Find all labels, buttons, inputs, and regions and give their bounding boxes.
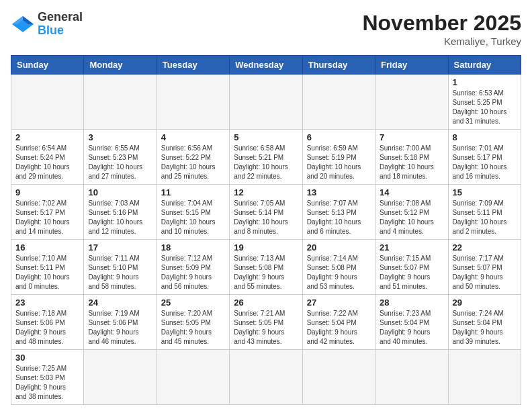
day-info: Sunrise: 7:18 AM Sunset: 5:06 PM Dayligh… — [15, 309, 79, 347]
day-info: Sunrise: 7:15 AM Sunset: 5:07 PM Dayligh… — [380, 254, 443, 291]
day-info: Sunrise: 7:07 AM Sunset: 5:13 PM Dayligh… — [307, 199, 371, 236]
day-info: Sunrise: 6:56 AM Sunset: 5:22 PM Dayligh… — [161, 144, 225, 181]
calendar-cell — [230, 350, 302, 405]
day-number: 2 — [15, 132, 79, 142]
day-number: 7 — [380, 132, 443, 142]
day-number: 21 — [380, 242, 443, 253]
calendar-cell: 6Sunrise: 6:59 AM Sunset: 5:19 PM Daylig… — [302, 130, 375, 185]
calendar-cell — [230, 75, 302, 130]
calendar-cell: 29Sunrise: 7:24 AM Sunset: 5:04 PM Dayli… — [448, 295, 521, 350]
day-info: Sunrise: 7:00 AM Sunset: 5:18 PM Dayligh… — [380, 144, 443, 181]
calendar-cell — [84, 350, 157, 405]
week-row-1: 1Sunrise: 6:53 AM Sunset: 5:25 PM Daylig… — [11, 75, 521, 130]
day-info: Sunrise: 7:21 AM Sunset: 5:05 PM Dayligh… — [234, 309, 298, 347]
calendar-cell: 14Sunrise: 7:08 AM Sunset: 5:12 PM Dayli… — [375, 185, 448, 240]
calendar-cell: 16Sunrise: 7:10 AM Sunset: 5:11 PM Dayli… — [11, 240, 84, 295]
calendar-cell: 13Sunrise: 7:07 AM Sunset: 5:13 PM Dayli… — [302, 185, 375, 240]
day-info: Sunrise: 7:05 AM Sunset: 5:14 PM Dayligh… — [234, 199, 298, 236]
day-info: Sunrise: 7:04 AM Sunset: 5:15 PM Dayligh… — [161, 199, 225, 236]
calendar-cell — [302, 75, 375, 130]
day-number: 15 — [453, 187, 517, 197]
calendar-cell — [375, 350, 448, 405]
calendar-cell — [11, 75, 84, 130]
title-area: November 2025 Kemaliye, Turkey — [362, 11, 521, 47]
day-number: 30 — [15, 353, 79, 363]
day-number: 17 — [88, 242, 152, 253]
calendar-cell: 30Sunrise: 7:25 AM Sunset: 5:03 PM Dayli… — [11, 350, 84, 405]
calendar-cell: 22Sunrise: 7:17 AM Sunset: 5:07 PM Dayli… — [448, 240, 521, 295]
day-info: Sunrise: 7:14 AM Sunset: 5:08 PM Dayligh… — [307, 254, 371, 291]
calendar-cell: 15Sunrise: 7:09 AM Sunset: 5:11 PM Dayli… — [448, 185, 521, 240]
day-info: Sunrise: 6:54 AM Sunset: 5:24 PM Dayligh… — [15, 144, 79, 181]
calendar-cell: 24Sunrise: 7:19 AM Sunset: 5:06 PM Dayli… — [84, 295, 157, 350]
logo-icon — [11, 15, 35, 34]
calendar-cell: 17Sunrise: 7:11 AM Sunset: 5:10 PM Dayli… — [84, 240, 157, 295]
day-number: 3 — [88, 132, 152, 142]
calendar-cell — [157, 75, 229, 130]
logo-general: General — [38, 10, 83, 24]
calendar-cell: 10Sunrise: 7:03 AM Sunset: 5:16 PM Dayli… — [84, 185, 157, 240]
day-number: 18 — [161, 242, 225, 253]
calendar-cell — [302, 350, 375, 405]
day-number: 27 — [307, 298, 371, 308]
calendar-table: SundayMondayTuesdayWednesdayThursdayFrid… — [11, 55, 521, 405]
day-info: Sunrise: 6:53 AM Sunset: 5:25 PM Dayligh… — [453, 89, 517, 126]
day-info: Sunrise: 7:19 AM Sunset: 5:06 PM Dayligh… — [88, 309, 152, 347]
day-number: 14 — [380, 187, 443, 197]
calendar-cell: 28Sunrise: 7:23 AM Sunset: 5:04 PM Dayli… — [375, 295, 448, 350]
day-info: Sunrise: 6:58 AM Sunset: 5:21 PM Dayligh… — [234, 144, 298, 181]
calendar-cell: 11Sunrise: 7:04 AM Sunset: 5:15 PM Dayli… — [157, 185, 229, 240]
day-info: Sunrise: 7:09 AM Sunset: 5:11 PM Dayligh… — [453, 199, 517, 236]
calendar-cell: 2Sunrise: 6:54 AM Sunset: 5:24 PM Daylig… — [11, 130, 84, 185]
day-info: Sunrise: 7:11 AM Sunset: 5:10 PM Dayligh… — [88, 254, 152, 291]
day-number: 6 — [307, 132, 371, 142]
calendar-cell: 4Sunrise: 6:56 AM Sunset: 5:22 PM Daylig… — [157, 130, 229, 185]
week-row-4: 16Sunrise: 7:10 AM Sunset: 5:11 PM Dayli… — [11, 240, 521, 295]
month-title: November 2025 — [362, 11, 521, 36]
day-number: 19 — [234, 242, 298, 253]
calendar-cell: 25Sunrise: 7:20 AM Sunset: 5:05 PM Dayli… — [157, 295, 229, 350]
day-header-saturday: Saturday — [448, 56, 521, 75]
calendar-cell: 1Sunrise: 6:53 AM Sunset: 5:25 PM Daylig… — [448, 75, 521, 130]
calendar-cell: 3Sunrise: 6:55 AM Sunset: 5:23 PM Daylig… — [84, 130, 157, 185]
week-row-2: 2Sunrise: 6:54 AM Sunset: 5:24 PM Daylig… — [11, 130, 521, 185]
calendar-cell: 21Sunrise: 7:15 AM Sunset: 5:07 PM Dayli… — [375, 240, 448, 295]
calendar-cell — [375, 75, 448, 130]
calendar-cell — [157, 350, 229, 405]
day-info: Sunrise: 7:10 AM Sunset: 5:11 PM Dayligh… — [15, 254, 79, 291]
day-number: 11 — [161, 187, 225, 197]
calendar-cell: 12Sunrise: 7:05 AM Sunset: 5:14 PM Dayli… — [230, 185, 302, 240]
day-info: Sunrise: 7:02 AM Sunset: 5:17 PM Dayligh… — [15, 199, 79, 236]
day-info: Sunrise: 7:23 AM Sunset: 5:04 PM Dayligh… — [380, 309, 443, 347]
day-number: 26 — [234, 298, 298, 308]
day-number: 16 — [15, 242, 79, 253]
day-info: Sunrise: 7:03 AM Sunset: 5:16 PM Dayligh… — [88, 199, 152, 236]
day-info: Sunrise: 7:12 AM Sunset: 5:09 PM Dayligh… — [161, 254, 225, 291]
calendar-cell: 26Sunrise: 7:21 AM Sunset: 5:05 PM Dayli… — [230, 295, 302, 350]
logo-blue: Blue — [38, 24, 64, 37]
day-info: Sunrise: 7:22 AM Sunset: 5:04 PM Dayligh… — [307, 309, 371, 347]
day-number: 29 — [453, 298, 517, 308]
calendar-cell — [448, 350, 521, 405]
day-header-tuesday: Tuesday — [157, 56, 229, 75]
calendar-cell: 9Sunrise: 7:02 AM Sunset: 5:17 PM Daylig… — [11, 185, 84, 240]
day-number: 23 — [15, 298, 79, 308]
day-number: 8 — [453, 132, 517, 142]
logo: General Blue — [11, 11, 83, 38]
day-info: Sunrise: 6:55 AM Sunset: 5:23 PM Dayligh… — [88, 144, 152, 181]
day-number: 25 — [161, 298, 225, 308]
day-info: Sunrise: 6:59 AM Sunset: 5:19 PM Dayligh… — [307, 144, 371, 181]
week-row-6: 30Sunrise: 7:25 AM Sunset: 5:03 PM Dayli… — [11, 350, 521, 405]
day-number: 9 — [15, 187, 79, 197]
day-number: 4 — [161, 132, 225, 142]
page-header: General Blue November 2025 Kemaliye, Tur… — [11, 11, 521, 47]
day-number: 12 — [234, 187, 298, 197]
day-header-thursday: Thursday — [302, 56, 375, 75]
day-header-wednesday: Wednesday — [230, 56, 302, 75]
week-row-5: 23Sunrise: 7:18 AM Sunset: 5:06 PM Dayli… — [11, 295, 521, 350]
day-info: Sunrise: 7:08 AM Sunset: 5:12 PM Dayligh… — [380, 199, 443, 236]
day-info: Sunrise: 7:20 AM Sunset: 5:05 PM Dayligh… — [161, 309, 225, 347]
day-info: Sunrise: 7:25 AM Sunset: 5:03 PM Dayligh… — [15, 364, 79, 402]
day-header-monday: Monday — [84, 56, 157, 75]
day-number: 28 — [380, 298, 443, 308]
